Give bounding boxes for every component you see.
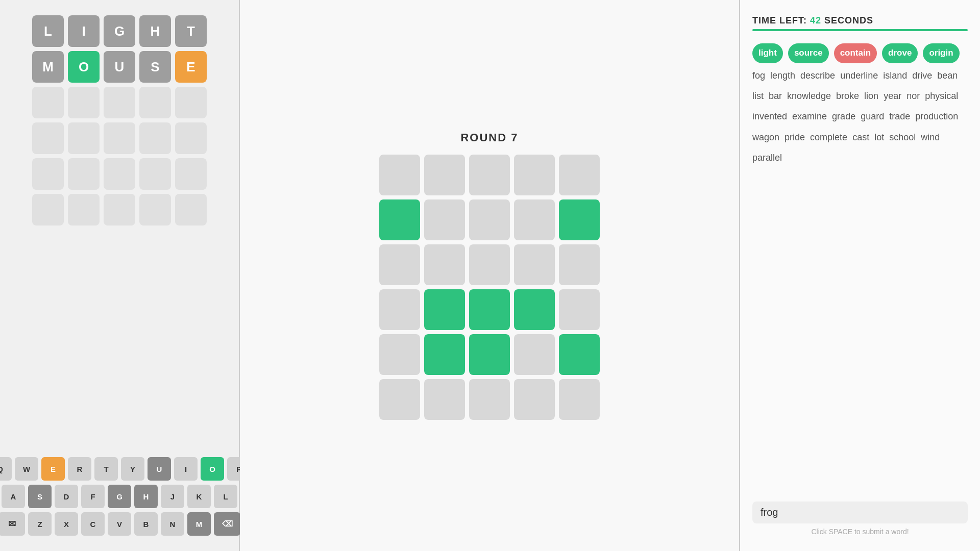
key-x[interactable]: X [55,512,78,536]
middle-panel: ROUND 7 [240,0,740,551]
word-fog[interactable]: fog [752,67,765,84]
word-cell-4-1 [68,158,100,190]
key-u[interactable]: U [148,457,171,481]
key-e[interactable]: E [41,457,65,481]
puzzle-cell-0-4 [559,155,600,195]
key-backspace[interactable]: ⌫ [214,512,240,536]
word-cell-1-3: S [139,51,171,83]
key-r[interactable]: R [68,457,91,481]
word-length[interactable]: length [770,67,795,84]
word-cell-2-1 [68,87,100,118]
key-j[interactable]: J [161,485,184,508]
word-island[interactable]: island [883,67,907,84]
word-underline[interactable]: underline [840,67,878,84]
puzzle-cell-0-1 [424,155,465,195]
word-cell-2-4 [175,87,207,118]
key-q[interactable]: Q [0,457,12,481]
key-i[interactable]: I [174,457,198,481]
key-l[interactable]: L [214,485,237,508]
puzzle-cell-5-0 [379,379,420,420]
key-k[interactable]: K [187,485,211,508]
word-lion[interactable]: lion [864,88,878,104]
word-drove[interactable]: drove [882,43,918,63]
word-cell-3-1 [68,122,100,154]
word-cell-4-4 [175,158,207,190]
puzzle-cell-2-0 [379,244,420,285]
key-d[interactable]: D [55,485,78,508]
word-list[interactable]: list [752,88,764,104]
word-grade[interactable]: grade [832,108,855,124]
word-cell-1-1: O [68,51,100,83]
keyboard: QWERTYUIOPASDFGHJKL✉ZXCVBNM⌫ [0,457,251,536]
word-light[interactable]: light [752,43,783,63]
word-year[interactable]: year [884,88,901,104]
puzzle-cell-5-4 [559,379,600,420]
word-wind[interactable]: wind [921,129,940,145]
puzzle-cell-0-0 [379,155,420,195]
time-bar [752,29,968,31]
word-bar[interactable]: bar [769,88,782,104]
word-describe[interactable]: describe [800,67,835,84]
key-w[interactable]: W [15,457,38,481]
key-m[interactable]: M [187,512,211,536]
word-cell-0-0: L [32,15,64,47]
word-wagon[interactable]: wagon [752,129,779,145]
word-cell-5-0 [32,194,64,226]
time-number: 42 [810,15,821,26]
key-send[interactable]: ✉ [0,512,25,536]
word-cell-0-3: H [139,15,171,47]
word-cell-2-2 [104,87,135,118]
word-nor[interactable]: nor [906,88,920,104]
key-t[interactable]: T [94,457,118,481]
word-broke[interactable]: broke [836,88,859,104]
word-pride[interactable]: pride [785,129,805,145]
word-drive[interactable]: drive [912,67,932,84]
time-left-label: TIME LEFT: 42 SECONDS [752,15,968,26]
puzzle-cell-0-2 [469,155,510,195]
word-bean[interactable]: bean [937,67,958,84]
puzzle-cell-1-2 [469,199,510,240]
word-trade[interactable]: trade [889,108,910,124]
word-cell-5-2 [104,194,135,226]
puzzle-cell-1-3 [514,199,555,240]
word-origin[interactable]: origin [923,43,959,63]
key-v[interactable]: V [108,512,131,536]
word-cell-3-2 [104,122,135,154]
word-production[interactable]: production [915,108,958,124]
puzzle-cell-4-0 [379,334,420,375]
word-cell-3-4 [175,122,207,154]
word-cell-2-0 [32,87,64,118]
word-guard[interactable]: guard [861,108,884,124]
word-knowledge[interactable]: knowledge [787,88,831,104]
word-source[interactable]: source [788,43,829,63]
word-contain[interactable]: contain [834,43,877,63]
key-b[interactable]: B [134,512,158,536]
word-invented[interactable]: invented [752,108,787,124]
key-g[interactable]: G [108,485,131,508]
key-h[interactable]: H [134,485,158,508]
word-cell-4-3 [139,158,171,190]
word-school[interactable]: school [889,129,916,145]
word-physical[interactable]: physical [925,88,958,104]
key-a[interactable]: A [2,485,25,508]
word-examine[interactable]: examine [792,108,827,124]
word-complete[interactable]: complete [810,129,847,145]
keyboard-row-0: QWERTYUIOP [0,457,251,481]
key-y[interactable]: Y [121,457,144,481]
word-cell-5-4 [175,194,207,226]
puzzle-cell-3-1 [424,289,465,330]
key-z[interactable]: Z [28,512,52,536]
key-o[interactable]: O [201,457,224,481]
key-n[interactable]: N [161,512,184,536]
key-f[interactable]: F [81,485,105,508]
puzzle-cell-2-2 [469,244,510,285]
word-parallel[interactable]: parallel [752,149,782,166]
space-hint: Click SPACE to submit a word! [752,528,968,536]
word-lot[interactable]: lot [874,129,884,145]
key-s[interactable]: S [28,485,52,508]
puzzle-cell-1-1 [424,199,465,240]
key-c[interactable]: C [81,512,105,536]
word-cast[interactable]: cast [852,129,869,145]
word-input[interactable]: frog [752,502,968,523]
puzzle-cell-2-3 [514,244,555,285]
